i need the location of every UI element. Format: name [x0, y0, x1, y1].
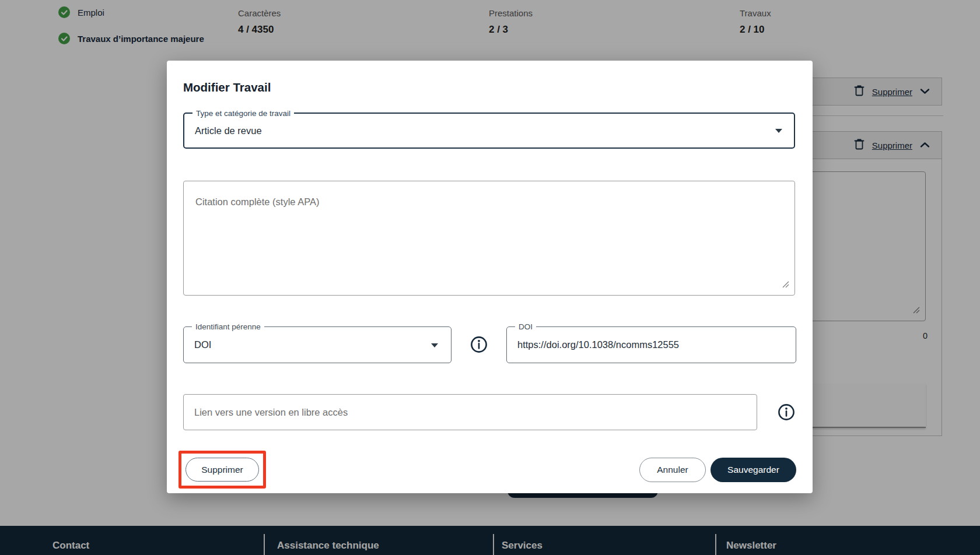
citation-textarea[interactable] — [184, 181, 794, 295]
delete-button[interactable]: Supprimer — [186, 458, 259, 482]
open-access-input[interactable] — [184, 395, 757, 430]
doi-input[interactable] — [507, 327, 796, 363]
resize-handle-icon[interactable] — [782, 280, 789, 290]
caret-down-icon[interactable] — [431, 343, 438, 347]
screen: Emploi Travaux d’importance majeure Cara… — [0, 0, 980, 555]
doi-field: DOI — [506, 326, 796, 363]
info-icon[interactable] — [470, 335, 488, 354]
work-type-value: Article de revue — [195, 114, 262, 147]
citation-field — [183, 181, 795, 296]
cancel-button[interactable]: Annuler — [639, 458, 706, 482]
edit-work-modal: Modifier Travail Type et catégorie de tr… — [167, 61, 813, 493]
save-button[interactable]: Sauvegarder — [710, 458, 796, 482]
caret-down-icon[interactable] — [775, 129, 782, 133]
work-type-select[interactable]: Type et catégorie de travail Article de … — [183, 113, 795, 149]
modal-title: Modifier Travail — [183, 80, 271, 94]
info-icon[interactable] — [777, 403, 796, 421]
identifier-type-select[interactable]: Identifiant pérenne DOI — [183, 326, 452, 363]
open-access-field — [183, 394, 757, 430]
identifier-type-value: DOI — [194, 327, 211, 363]
